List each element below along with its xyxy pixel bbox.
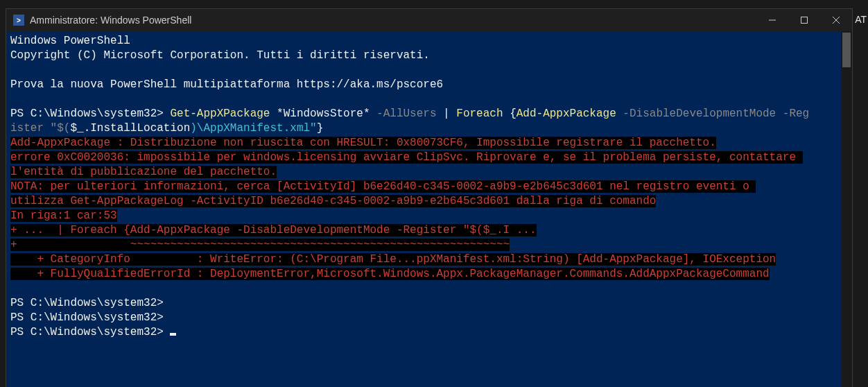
desktop-background-strip — [0, 0, 868, 8]
maximize-button[interactable] — [788, 9, 820, 31]
output-line — [10, 282, 17, 295]
param: ister — [10, 122, 51, 135]
pipe: | — [443, 108, 456, 120]
prompt: PS C:\Windows\system32> — [10, 326, 170, 338]
error-line: In riga:1 car:53 — [10, 209, 117, 222]
prompt: PS C:\Windows\system32> — [10, 311, 164, 324]
cmdlet: Add-AppxPackage — [517, 108, 616, 120]
error-line: + ... | Foreach {Add-AppxPackage -Disabl… — [10, 224, 537, 237]
titlebar[interactable]: Amministratore: Windows PowerShell — [6, 9, 852, 31]
output-line: Prova la nuova PowerShell multipiattafor… — [10, 78, 443, 91]
error-line: NOTA: per ulteriori informazioni, cerca … — [10, 180, 756, 193]
cmdlet: Get-AppXPackage — [170, 108, 270, 120]
output-line: Copyright (C) Microsoft Corporation. Tut… — [10, 49, 430, 62]
background-text: AT — [855, 14, 867, 25]
minimize-button[interactable] — [756, 9, 788, 31]
variable: $_ — [70, 122, 83, 135]
vertical-scrollbar[interactable] — [841, 31, 852, 387]
param: -DisableDevelopmentMode -Reg — [616, 108, 809, 120]
close-button[interactable] — [820, 9, 852, 31]
string: )\AppXManifest.xml" — [190, 122, 316, 135]
keyword: Foreach — [456, 108, 510, 120]
prompt: PS C:\Windows\system32> — [10, 108, 170, 120]
cursor — [170, 333, 176, 336]
window-controls — [756, 9, 852, 31]
window-title: Amministratore: Windows PowerShell — [30, 15, 756, 26]
string: "$( — [51, 122, 71, 135]
console-output[interactable]: Windows PowerShell Copyright (C) Microso… — [6, 31, 848, 343]
param: -AllUsers — [376, 108, 443, 120]
error-line: Add-AppxPackage : Distribuzione non rius… — [10, 137, 716, 149]
svg-rect-1 — [801, 17, 808, 24]
brace: { — [510, 108, 517, 120]
error-line: + CategoryInfo : WriteError: (C:\Program… — [10, 253, 776, 266]
error-line: + FullyQualifiedErrorId : DeploymentErro… — [10, 268, 770, 280]
brace: } — [317, 122, 324, 135]
error-line: l'entità di pubblicazione del pacchetto. — [10, 166, 277, 178]
powershell-icon — [13, 15, 24, 26]
prompt: PS C:\Windows\system32> — [10, 297, 164, 309]
error-line: + ~~~~~~~~~~~~~~~~~~~~~~~~~~~~~~~~~~~~~~… — [10, 239, 510, 251]
error-line: errore 0xC0020036: impossibile per windo… — [10, 151, 803, 164]
output-line: Windows PowerShell — [10, 35, 130, 47]
prop: .InstallLocation — [84, 122, 191, 135]
arg: *WindowsStore* — [270, 108, 376, 120]
scrollbar-thumb[interactable] — [842, 33, 851, 67]
console-area[interactable]: Windows PowerShell Copyright (C) Microso… — [6, 31, 852, 387]
powershell-window: Amministratore: Windows PowerShell Windo… — [6, 8, 853, 387]
error-line: utilizza Get-AppPackageLog -ActivityID b… — [10, 195, 656, 207]
